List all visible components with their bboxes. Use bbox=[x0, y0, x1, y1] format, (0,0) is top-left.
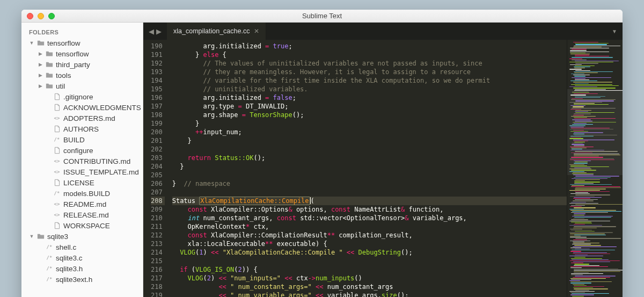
disclosure-icon[interactable]: ▶ bbox=[38, 73, 43, 78]
tree-item-label: tensorflow bbox=[47, 39, 80, 47]
file-type-icon: <> bbox=[53, 158, 61, 164]
file-type-icon: /* bbox=[53, 137, 61, 142]
file-item[interactable]: /*sqlite3.c bbox=[21, 252, 143, 263]
tree-item-label: CONTRIBUTING.md bbox=[63, 157, 130, 165]
line-gutter: 1901911921931941951961971981992002012022… bbox=[143, 40, 168, 297]
tree-item-label: sqlite3.h bbox=[56, 265, 83, 273]
tree-item-label: sqlite3 bbox=[47, 233, 68, 241]
file-item[interactable]: <>RELEASE.md bbox=[21, 209, 143, 220]
disclosure-icon[interactable]: ▼ bbox=[29, 234, 34, 239]
tree-item-label: models.BUILD bbox=[63, 190, 110, 198]
disclosure-icon[interactable]: ▶ bbox=[38, 83, 43, 89]
file-type-icon: <> bbox=[53, 115, 61, 121]
tab-overflow-icon[interactable]: ▼ bbox=[606, 28, 623, 34]
tree-item-label: LICENSE bbox=[63, 179, 94, 187]
file-item[interactable]: <>ISSUE_TEMPLATE.md bbox=[21, 166, 143, 177]
minimap[interactable] bbox=[567, 40, 623, 297]
tree-item-label: third_party bbox=[56, 61, 90, 69]
folder-icon bbox=[37, 233, 45, 240]
folder-icon bbox=[46, 82, 53, 90]
folder-icon bbox=[46, 50, 53, 57]
file-icon bbox=[53, 179, 61, 186]
tree-item-label: ACKNOWLEDGMENTS bbox=[63, 104, 141, 112]
file-item[interactable]: AUTHORS bbox=[21, 124, 143, 134]
tree-item-label: AUTHORS bbox=[63, 125, 99, 133]
tree-item-label: tensorflow bbox=[56, 50, 89, 58]
tab-active[interactable]: xla_compilation_cache.cc ✕ bbox=[167, 23, 266, 40]
file-item[interactable]: ACKNOWLEDGMENTS bbox=[21, 102, 143, 113]
nav-back-icon[interactable]: ◀ bbox=[149, 27, 154, 35]
folder-tree: ▼tensorflow▶tensorflow▶third_party▶tools… bbox=[21, 38, 143, 285]
folder-icon bbox=[46, 71, 53, 79]
folder-item[interactable]: ▶tensorflow bbox=[21, 48, 143, 59]
sidebar-heading: FOLDERS bbox=[21, 27, 143, 38]
tree-item-label: sqlite3ext.h bbox=[56, 276, 92, 284]
file-item[interactable]: .gitignore bbox=[21, 91, 143, 102]
tree-item-label: WORKSPACE bbox=[63, 222, 110, 230]
disclosure-icon[interactable]: ▶ bbox=[38, 62, 43, 67]
editor-pane: ◀ ▶ xla_compilation_cache.cc ✕ ▼ 1901911… bbox=[143, 23, 623, 297]
tab-label: xla_compilation_cache.cc bbox=[173, 27, 250, 35]
tree-item-label: tools bbox=[56, 71, 71, 79]
content-area: FOLDERS ▼tensorflow▶tensorflow▶third_par… bbox=[21, 23, 623, 297]
file-item[interactable]: /*sqlite3.h bbox=[21, 263, 143, 274]
file-icon bbox=[53, 104, 61, 111]
file-icon bbox=[53, 147, 61, 154]
tree-item-label: .gitignore bbox=[63, 93, 93, 101]
disclosure-icon[interactable]: ▼ bbox=[29, 40, 34, 46]
file-item[interactable]: <>ADOPTERS.md bbox=[21, 113, 143, 124]
nav-forward-icon[interactable]: ▶ bbox=[156, 27, 162, 35]
code-text[interactable]: arg.initialized = true; } else { // The … bbox=[168, 40, 567, 297]
file-type-icon: /* bbox=[46, 277, 53, 282]
tree-item-label: shell.c bbox=[56, 243, 76, 251]
titlebar[interactable]: Sublime Text bbox=[21, 10, 623, 23]
file-item[interactable]: /*sqlite3ext.h bbox=[21, 274, 143, 285]
tree-item-label: RELEASE.md bbox=[63, 211, 109, 219]
folder-item[interactable]: ▶third_party bbox=[21, 59, 143, 70]
tree-item-label: configure bbox=[63, 147, 93, 155]
folder-icon bbox=[37, 39, 45, 47]
folder-item[interactable]: ▼sqlite3 bbox=[21, 231, 143, 242]
tree-item-label: BUILD bbox=[63, 136, 85, 144]
file-icon bbox=[53, 93, 61, 100]
file-item[interactable]: LICENSE bbox=[21, 177, 143, 188]
code-area: 1901911921931941951961971981992002012022… bbox=[143, 40, 623, 297]
file-type-icon: <> bbox=[53, 212, 61, 218]
folder-item[interactable]: ▶util bbox=[21, 81, 143, 91]
tab-bar: ◀ ▶ xla_compilation_cache.cc ✕ ▼ bbox=[143, 23, 623, 40]
file-icon bbox=[53, 222, 61, 229]
file-icon bbox=[53, 125, 61, 133]
folder-item[interactable]: ▶tools bbox=[21, 70, 143, 81]
tree-item-label: util bbox=[56, 82, 65, 90]
window-title: Sublime Text bbox=[21, 12, 623, 20]
file-item[interactable]: /*shell.c bbox=[21, 242, 143, 252]
file-item[interactable]: <>README.md bbox=[21, 199, 143, 209]
nav-arrows: ◀ ▶ bbox=[143, 27, 167, 35]
file-type-icon: /* bbox=[46, 255, 53, 260]
file-item[interactable]: configure bbox=[21, 145, 143, 156]
disclosure-icon[interactable]: ▶ bbox=[38, 51, 43, 56]
file-type-icon: /* bbox=[53, 191, 61, 196]
folder-icon bbox=[46, 61, 53, 68]
folder-item[interactable]: ▼tensorflow bbox=[21, 38, 143, 48]
minimap-viewport[interactable] bbox=[567, 89, 623, 175]
tab-close-icon[interactable]: ✕ bbox=[254, 27, 259, 35]
file-item[interactable]: <>CONTRIBUTING.md bbox=[21, 156, 143, 166]
file-type-icon: /* bbox=[46, 244, 53, 250]
file-item[interactable]: /*BUILD bbox=[21, 134, 143, 145]
tree-item-label: sqlite3.c bbox=[56, 254, 83, 262]
file-item[interactable]: /*models.BUILD bbox=[21, 188, 143, 199]
file-type-icon: <> bbox=[53, 201, 61, 207]
file-type-icon: /* bbox=[46, 266, 53, 271]
file-item[interactable]: WORKSPACE bbox=[21, 220, 143, 231]
tree-item-label: README.md bbox=[63, 200, 106, 208]
app-window: Sublime Text FOLDERS ▼tensorflow▶tensorf… bbox=[21, 10, 623, 297]
sidebar: FOLDERS ▼tensorflow▶tensorflow▶third_par… bbox=[21, 23, 143, 297]
file-type-icon: <> bbox=[53, 169, 61, 175]
tree-item-label: ADOPTERS.md bbox=[63, 114, 115, 122]
tree-item-label: ISSUE_TEMPLATE.md bbox=[63, 168, 139, 176]
